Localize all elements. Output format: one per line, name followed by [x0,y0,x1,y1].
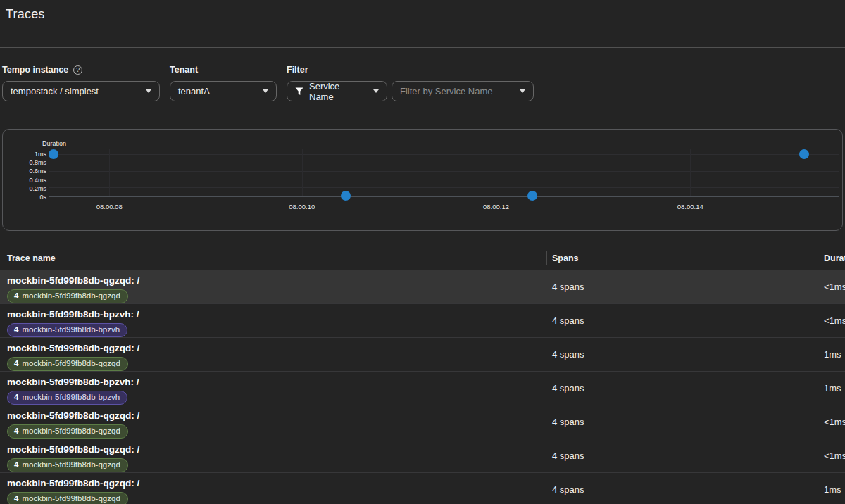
column-header-trace-name: Trace name [0,246,546,270]
y-axis-tick-labels: 1ms0.8ms0.6ms0.4ms0.2ms0s [3,154,46,197]
filter-controls: Service Name Filter by Service Name [287,81,534,101]
duration-cell: <1ms [820,270,845,303]
trace-name-cell: mockbin-5fd99fb8db-qgzqd: / 4 mockbin-5f… [0,439,546,472]
trace-data-point[interactable] [49,149,58,159]
trace-name-link[interactable]: mockbin-5fd99fb8db-qgzqd: / [7,478,546,489]
y-tick-label: 0.2ms [29,185,46,192]
badge-span-count: 4 [14,460,18,470]
trace-name-link[interactable]: mockbin-5fd99fb8db-bpzvh: / [7,377,546,387]
badge-span-count: 4 [14,494,18,503]
traces-table: Trace name Spans Duration mockbin-5fd99f… [0,246,845,504]
spans-cell: 4 spans [546,439,820,472]
x-tick-label: 08:00:10 [289,203,315,210]
horizontal-gridline [49,171,839,172]
trace-name-cell: mockbin-5fd99fb8db-bpzvh: / 4 mockbin-5f… [0,304,546,337]
duration-cell: 1ms [820,338,845,371]
table-row[interactable]: mockbin-5fd99fb8db-qgzqd: / 4 mockbin-5f… [0,337,845,371]
chevron-down-icon [146,89,151,93]
service-badge: 4 mockbin-5fd99fb8db-qgzqd [7,492,128,504]
badge-service-name: mockbin-5fd99fb8db-qgzqd [22,494,120,503]
filter-value-placeholder: Filter by Service Name [400,86,513,96]
tempo-instance-value: tempostack / simplest [11,86,139,96]
column-header-spans: Spans [546,246,820,270]
vertical-gridline [690,149,691,196]
trace-name-link[interactable]: mockbin-5fd99fb8db-qgzqd: / [7,343,546,353]
trace-data-point[interactable] [527,191,537,201]
duration-cell: 1ms [820,473,845,504]
badge-service-name: mockbin-5fd99fb8db-qgzqd [22,359,120,368]
table-row[interactable]: mockbin-5fd99fb8db-qgzqd: / 4 mockbin-5f… [0,439,845,472]
y-tick-label: 0s [39,194,46,201]
chart-plot-area [49,154,839,197]
chevron-down-icon [263,89,268,93]
badge-service-name: mockbin-5fd99fb8db-qgzqd [22,291,120,301]
filter-label: Filter [287,65,534,75]
tenant-label: Tenant [170,65,277,75]
trace-name-cell: mockbin-5fd99fb8db-qgzqd: / 4 mockbin-5f… [0,405,546,439]
badge-span-count: 4 [14,393,18,402]
tempo-instance-label: Tempo instance ? [2,65,160,75]
table-body: mockbin-5fd99fb8db-qgzqd: / 4 mockbin-5f… [0,270,845,504]
page-header: Traces [0,0,845,48]
table-row[interactable]: mockbin-5fd99fb8db-qgzqd: / 4 mockbin-5f… [0,405,845,439]
duration-cell: <1ms [820,304,845,337]
duration-cell: <1ms [820,439,845,472]
duration-cell: <1ms [820,405,845,439]
trace-name-link[interactable]: mockbin-5fd99fb8db-bpzvh: / [7,309,546,320]
column-header-duration: Duration [820,246,845,270]
filter-value-select[interactable]: Filter by Service Name [392,81,534,101]
x-axis-tick-labels: 08:00:0808:00:1008:00:1208:00:14 [49,203,839,213]
x-tick-label: 08:00:08 [96,203,123,210]
filter-attribute-select[interactable]: Service Name [287,81,387,101]
service-badge: 4 mockbin-5fd99fb8db-bpzvh [7,391,127,405]
service-badge: 4 mockbin-5fd99fb8db-bpzvh [7,323,127,337]
spans-cell: 4 spans [546,304,820,337]
table-row[interactable]: mockbin-5fd99fb8db-qgzqd: / 4 mockbin-5f… [0,270,845,303]
table-header: Trace name Spans Duration [0,246,845,270]
y-tick-label: 0.4ms [29,177,46,184]
toolbar: Tempo instance ? tempostack / simplest T… [0,48,845,101]
badge-span-count: 4 [14,359,18,368]
trace-data-point[interactable] [341,191,351,201]
badge-service-name: mockbin-5fd99fb8db-qgzqd [22,460,120,470]
trace-name-cell: mockbin-5fd99fb8db-qgzqd: / 4 mockbin-5f… [0,473,546,504]
spans-cell: 4 spans [546,372,820,405]
trace-name-cell: mockbin-5fd99fb8db-qgzqd: / 4 mockbin-5f… [0,338,546,371]
tenant-select[interactable]: tenantA [170,81,277,101]
spans-cell: 4 spans [546,270,820,303]
horizontal-gridline [49,154,839,155]
y-axis-title: Duration [42,140,66,147]
vertical-gridline [496,149,496,196]
trace-data-point[interactable] [799,149,809,159]
trace-name-link[interactable]: mockbin-5fd99fb8db-qgzqd: / [7,275,546,286]
tenant-field: Tenant tenantA [170,65,277,101]
tenant-value: tenantA [178,86,256,96]
spans-cell: 4 spans [546,405,820,439]
service-badge: 4 mockbin-5fd99fb8db-qgzqd [7,357,128,371]
service-badge: 4 mockbin-5fd99fb8db-qgzqd [7,424,128,439]
filter-funnel-icon [295,87,303,96]
table-row[interactable]: mockbin-5fd99fb8db-qgzqd: / 4 mockbin-5f… [0,472,845,504]
vertical-gridline [302,149,303,196]
tempo-instance-field: Tempo instance ? tempostack / simplest [2,65,160,101]
badge-service-name: mockbin-5fd99fb8db-bpzvh [22,393,120,402]
table-row[interactable]: mockbin-5fd99fb8db-bpzvh: / 4 mockbin-5f… [0,303,845,337]
tempo-instance-select[interactable]: tempostack / simplest [2,81,160,101]
horizontal-gridline [49,187,839,188]
filter-attribute-value: Service Name [309,81,366,102]
trace-name-link[interactable]: mockbin-5fd99fb8db-qgzqd: / [7,444,546,455]
spans-cell: 4 spans [546,473,820,504]
duration-cell: 1ms [820,372,845,405]
badge-span-count: 4 [14,427,18,436]
table-row[interactable]: mockbin-5fd99fb8db-bpzvh: / 4 mockbin-5f… [0,371,845,405]
duration-scatter-chart: Duration 1ms0.8ms0.6ms0.4ms0.2ms0s 08:00… [2,129,843,231]
service-badge: 4 mockbin-5fd99fb8db-qgzqd [7,458,128,472]
chevron-down-icon [520,89,525,93]
page-title: Traces [6,7,839,22]
trace-name-link[interactable]: mockbin-5fd99fb8db-qgzqd: / [7,410,546,421]
help-icon[interactable]: ? [73,65,82,75]
badge-span-count: 4 [14,325,18,334]
vertical-gridline [109,149,110,196]
x-tick-label: 08:00:12 [483,203,509,210]
filter-label-text: Filter [287,65,308,75]
